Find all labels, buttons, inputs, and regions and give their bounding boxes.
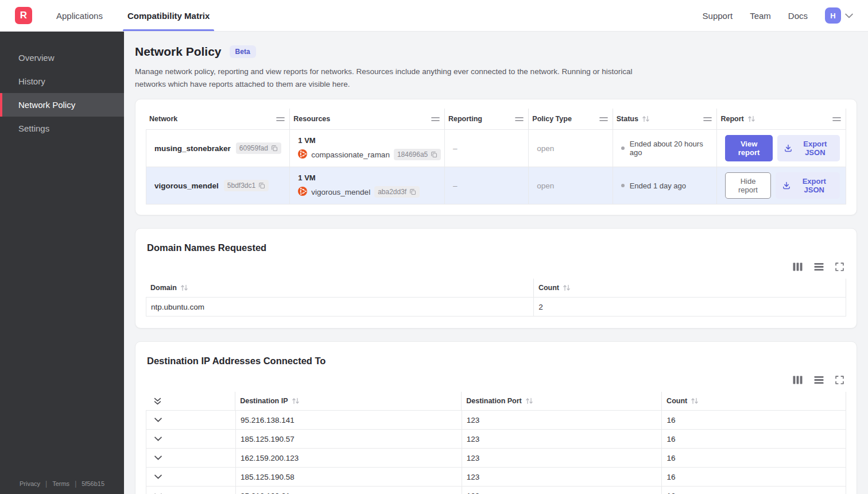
column-menu-icon[interactable] <box>599 117 608 122</box>
fullscreen-icon[interactable] <box>835 263 844 271</box>
network-cell: musing_stonebraker 60959fad <box>146 130 290 167</box>
status-dot <box>621 184 625 187</box>
copy-icon[interactable] <box>271 145 278 152</box>
terms-link[interactable]: Terms <box>52 480 69 487</box>
user-menu[interactable]: H <box>825 7 853 24</box>
destinations-table-body: 95.216.138.141 123 16 185.125.190.57 123… <box>146 411 846 494</box>
avatar[interactable]: H <box>825 7 841 24</box>
tab-compatibility-matrix[interactable]: Compatibility Matrix <box>123 0 214 31</box>
network-name: musing_stonebraker <box>154 144 231 153</box>
sort-arrows-icon[interactable] <box>642 115 650 122</box>
columns-icon[interactable] <box>793 263 803 271</box>
expand-cell <box>146 430 236 448</box>
domains-card: Domain Names Requested Domain Count <box>135 228 857 329</box>
policy-type-cell: open <box>529 167 613 204</box>
destination-port-cell: 123 <box>462 468 662 486</box>
fullscreen-icon[interactable] <box>835 376 844 384</box>
nav-link-docs[interactable]: Docs <box>788 11 808 21</box>
sidebar-item-settings[interactable]: Settings <box>0 117 124 140</box>
vm-count: 1 VM <box>298 173 439 182</box>
app-logo[interactable]: R <box>15 7 32 24</box>
tab-applications[interactable]: Applications <box>52 0 107 31</box>
column-menu-icon[interactable] <box>515 117 524 122</box>
columns-icon[interactable] <box>793 376 803 384</box>
column-label: Status <box>617 115 638 123</box>
copy-icon[interactable] <box>258 182 265 189</box>
sidebar-item-label: Network Policy <box>18 100 75 110</box>
vm-hash-badge: 184696a5 <box>394 149 441 160</box>
double-chevron-down-icon[interactable] <box>154 397 161 405</box>
vm-name: compassionate_raman <box>311 150 390 159</box>
sidebar: Overview History Network Policy Settings… <box>0 32 124 494</box>
column-label: Domain <box>150 284 177 292</box>
copy-icon[interactable] <box>431 151 437 158</box>
chevron-down-icon[interactable] <box>154 456 162 460</box>
sort-arrows-icon[interactable] <box>563 284 571 291</box>
destination-ip-cell: 185.125.190.57 <box>236 430 462 448</box>
sidebar-item-network-policy[interactable]: Network Policy <box>0 93 124 117</box>
resources-cell: 1 VM compassionate_raman 184696a5 <box>290 130 445 167</box>
status-cell: Ended about 20 hours ago <box>613 130 718 167</box>
column-label: Destination IP <box>240 397 288 405</box>
table-row: 95.216.138.141 123 16 <box>146 411 846 430</box>
report-cell: View report Export JSON <box>717 130 846 167</box>
expand-cell <box>146 449 236 467</box>
destination-port-cell: 123 <box>462 449 662 467</box>
column-menu-icon[interactable] <box>276 117 285 122</box>
status-dot <box>621 146 625 150</box>
copy-icon[interactable] <box>409 188 416 195</box>
count-cell: 2 <box>534 298 846 316</box>
column-menu-icon[interactable] <box>832 117 841 122</box>
sidebar-item-label: Overview <box>18 53 55 63</box>
status-text: Ended about 20 hours ago <box>630 140 711 157</box>
chevron-down-icon[interactable] <box>154 474 162 479</box>
sidebar-item-overview[interactable]: Overview <box>0 46 124 70</box>
column-label: Policy Type <box>532 115 572 123</box>
export-json-button[interactable]: Export JSON <box>777 135 840 161</box>
column-header-status: Status <box>613 109 718 129</box>
domain-cell: ntp.ubuntu.com <box>146 298 534 316</box>
hide-report-button[interactable]: Hide report <box>725 172 770 199</box>
sort-arrows-icon[interactable] <box>180 284 188 291</box>
export-json-label: Export JSON <box>797 140 833 157</box>
reporting-value: – <box>453 144 522 153</box>
count-cell: 16 <box>662 449 846 467</box>
density-icon[interactable] <box>814 263 824 271</box>
column-header-report: Report <box>717 109 846 129</box>
sort-arrows-icon[interactable] <box>292 397 300 404</box>
sidebar-item-history[interactable]: History <box>0 70 124 93</box>
beta-badge: Beta <box>230 45 256 58</box>
table-row: musing_stonebraker 60959fad 1 VM <box>146 130 846 167</box>
column-menu-icon[interactable] <box>703 117 712 122</box>
hash-value: aba2dd3f <box>378 188 406 196</box>
sort-arrows-icon[interactable] <box>691 397 699 404</box>
chevron-down-icon[interactable] <box>154 437 162 441</box>
column-label: Destination Port <box>466 397 522 405</box>
main-content: Network Policy Beta Manage network polic… <box>124 32 868 494</box>
networks-table-body: musing_stonebraker 60959fad 1 VM <box>146 129 846 204</box>
table-toolbar <box>146 263 846 271</box>
chevron-down-icon[interactable] <box>154 418 162 422</box>
nav-link-support[interactable]: Support <box>703 11 733 21</box>
privacy-link[interactable]: Privacy <box>20 480 40 487</box>
nav-link-team[interactable]: Team <box>750 11 771 21</box>
policy-type-value: open <box>537 144 606 153</box>
page-description: Manage network policy, reporting and vie… <box>135 65 646 90</box>
column-menu-icon[interactable] <box>431 117 440 122</box>
table-row: ntp.ubuntu.com 2 <box>146 298 846 317</box>
vm-count: 1 VM <box>298 136 439 145</box>
sort-arrows-icon[interactable] <box>747 115 755 122</box>
status-text: Ended 1 day ago <box>630 182 686 190</box>
chevron-down-icon[interactable] <box>845 13 853 18</box>
density-icon[interactable] <box>814 376 824 384</box>
destination-ip-cell: 162.159.200.123 <box>236 449 462 467</box>
view-report-button[interactable]: View report <box>725 135 772 161</box>
sort-arrows-icon[interactable] <box>525 397 533 404</box>
sidebar-footer: Privacy | Terms | 5f56b15 <box>0 480 124 488</box>
hash-value: 5bdf3dc1 <box>227 182 255 190</box>
export-json-button[interactable]: Export JSON <box>776 172 840 199</box>
count-cell: 16 <box>662 487 846 494</box>
column-header-network: Network <box>146 109 290 129</box>
column-label: Reporting <box>448 115 482 123</box>
column-label: Report <box>720 115 743 123</box>
